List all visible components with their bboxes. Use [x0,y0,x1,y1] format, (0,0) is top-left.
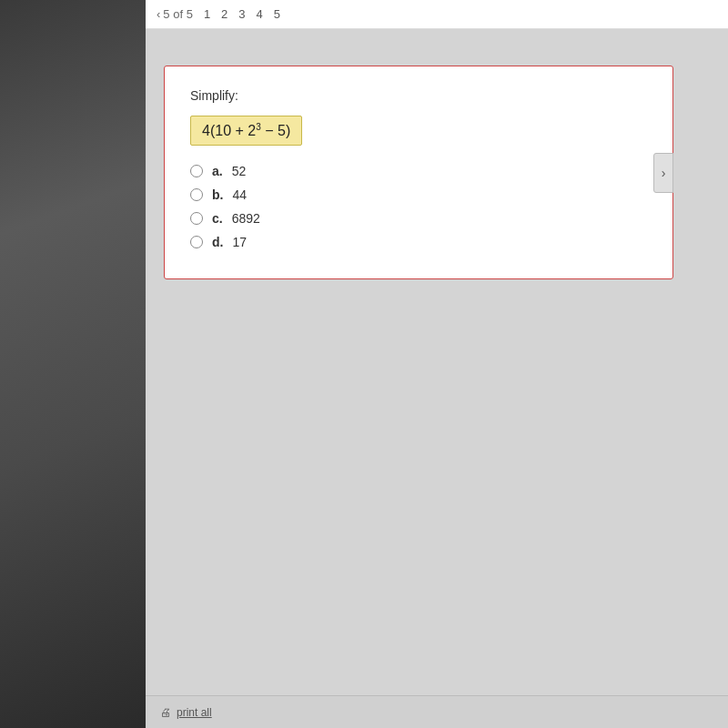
option-c-value: 6892 [232,211,260,226]
math-term1: 10 [215,123,231,138]
print-icon: 🖨 [160,706,171,719]
back-button[interactable]: ‹ 5 of 5 [157,7,193,21]
option-c-letter: c. [212,211,223,226]
math-operator2: − [261,123,278,138]
top-navigation: ‹ 5 of 5 1 2 3 4 5 [146,0,728,29]
left-photo-panel [0,0,146,728]
option-d-letter: d. [212,235,223,249]
option-d[interactable]: d. 17 [190,235,647,249]
answer-options: a. 52 b. 44 c. 6892 d. 17 [190,164,647,249]
page-3-link[interactable]: 3 [238,7,245,21]
option-b-letter: b. [212,187,223,202]
bottom-bar: 🖨 print all [146,695,728,728]
page-4-link[interactable]: 4 [257,7,263,21]
print-all-link[interactable]: print all [177,706,212,719]
math-coefficient: 4 [202,123,210,138]
question-label: Simplify: [190,88,647,103]
math-expression: 4(10 + 23 − 5) [190,116,302,146]
math-base: 2 [248,123,256,138]
radio-a[interactable] [190,165,203,177]
main-area: ‹ 5 of 5 1 2 3 4 5 Simplify: 4(10 + 23 −… [146,0,728,728]
option-b-value: 44 [232,187,247,202]
progress-text: 5 of 5 [163,7,193,21]
math-close-paren: ) [286,123,290,138]
option-a-letter: a. [212,164,223,178]
option-a-value: 52 [232,164,247,178]
page-2-link[interactable]: 2 [221,7,228,21]
back-arrow-icon: ‹ [157,7,160,21]
radio-d[interactable] [190,236,203,248]
option-d-value: 17 [232,235,247,249]
radio-c[interactable] [190,212,203,225]
page-navigation: 1 2 3 4 5 [204,7,280,21]
option-b[interactable]: b. 44 [190,187,647,202]
math-operator1: + [231,123,248,138]
page-1-link[interactable]: 1 [204,7,210,21]
content-background: Simplify: 4(10 + 23 − 5) a. 52 b. 44 [146,29,728,728]
next-button[interactable]: › [653,153,673,193]
page-5-link[interactable]: 5 [274,7,280,21]
option-c[interactable]: c. 6892 [190,211,647,226]
radio-b[interactable] [190,188,203,201]
option-a[interactable]: a. 52 [190,164,647,178]
math-term2: 5 [278,123,286,138]
question-card: Simplify: 4(10 + 23 − 5) a. 52 b. 44 [164,66,673,279]
